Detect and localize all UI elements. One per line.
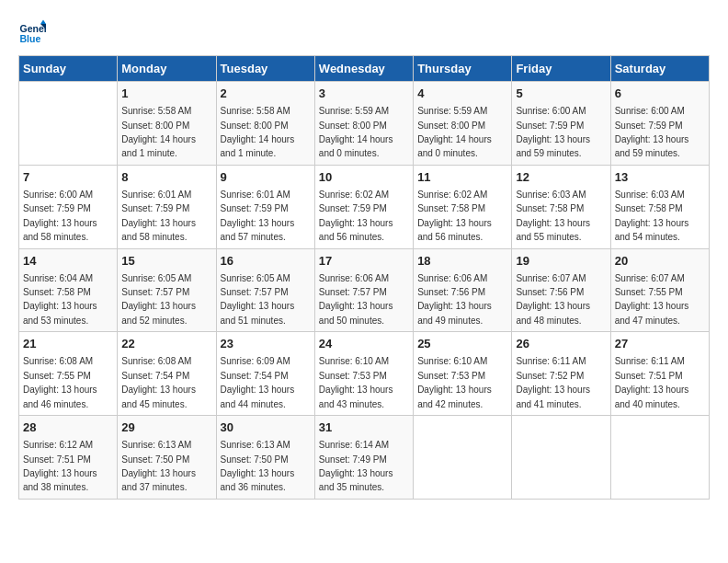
- sunset-info: Sunset: 7:59 PM: [319, 203, 387, 213]
- page-header: General Blue: [18, 18, 710, 46]
- sunset-info: Sunset: 7:54 PM: [121, 371, 189, 381]
- logo-icon: General Blue: [18, 18, 46, 46]
- calendar-cell: 3 Sunrise: 5:59 AM Sunset: 8:00 PM Dayli…: [314, 82, 413, 166]
- sunrise-info: Sunrise: 6:04 AM: [23, 273, 93, 283]
- daylight-info: Daylight: 13 hours and 48 minutes.: [516, 301, 590, 325]
- sunrise-info: Sunrise: 6:02 AM: [417, 190, 487, 200]
- sunset-info: Sunset: 7:58 PM: [23, 287, 91, 297]
- calendar-cell: 24 Sunrise: 6:10 AM Sunset: 7:53 PM Dayl…: [314, 332, 413, 416]
- day-number: 23: [221, 336, 311, 352]
- day-number: 31: [319, 419, 409, 436]
- calendar-header-row: SundayMondayTuesdayWednesdayThursdayFrid…: [19, 56, 710, 82]
- sunset-info: Sunset: 7:59 PM: [615, 121, 683, 131]
- calendar-cell: 6 Sunrise: 6:00 AM Sunset: 7:59 PM Dayli…: [610, 82, 709, 166]
- sunrise-info: Sunrise: 6:03 AM: [516, 190, 586, 200]
- day-number: 3: [319, 86, 409, 102]
- sunset-info: Sunset: 7:51 PM: [23, 454, 91, 465]
- day-number: 15: [121, 253, 211, 270]
- day-number: 30: [221, 419, 311, 436]
- day-number: 24: [319, 336, 409, 352]
- sunset-info: Sunset: 7:52 PM: [516, 371, 584, 381]
- calendar-cell: [414, 416, 512, 500]
- sunset-info: Sunset: 7:50 PM: [221, 454, 289, 465]
- daylight-info: Daylight: 13 hours and 58 minutes.: [121, 218, 196, 242]
- calendar-cell: 29 Sunrise: 6:13 AM Sunset: 7:50 PM Dayl…: [118, 416, 216, 500]
- day-number: 8: [121, 169, 211, 186]
- sunrise-info: Sunrise: 6:10 AM: [417, 356, 487, 366]
- daylight-info: Daylight: 13 hours and 55 minutes.: [516, 218, 590, 242]
- day-number: 25: [417, 336, 507, 352]
- calendar-cell: 28 Sunrise: 6:12 AM Sunset: 7:51 PM Dayl…: [19, 416, 118, 500]
- daylight-info: Daylight: 13 hours and 35 minutes.: [319, 468, 393, 492]
- sunrise-info: Sunrise: 6:06 AM: [417, 273, 487, 283]
- calendar-cell: 4 Sunrise: 5:59 AM Sunset: 8:00 PM Dayli…: [414, 82, 512, 166]
- sunset-info: Sunset: 7:49 PM: [319, 454, 387, 465]
- daylight-info: Daylight: 13 hours and 36 minutes.: [221, 468, 295, 492]
- col-header-thursday: Thursday: [414, 56, 512, 82]
- sunset-info: Sunset: 7:50 PM: [121, 454, 189, 465]
- day-number: 2: [221, 86, 311, 102]
- sunrise-info: Sunrise: 6:07 AM: [516, 273, 586, 283]
- day-number: 28: [23, 419, 113, 436]
- daylight-info: Daylight: 13 hours and 51 minutes.: [221, 301, 295, 325]
- day-number: 12: [516, 169, 606, 186]
- daylight-info: Daylight: 13 hours and 42 minutes.: [417, 385, 492, 408]
- calendar-week-row: 21 Sunrise: 6:08 AM Sunset: 7:55 PM Dayl…: [19, 332, 710, 416]
- calendar-cell: 25 Sunrise: 6:10 AM Sunset: 7:53 PM Dayl…: [414, 332, 512, 416]
- sunrise-info: Sunrise: 5:59 AM: [417, 106, 487, 116]
- calendar-cell: 15 Sunrise: 6:05 AM Sunset: 7:57 PM Dayl…: [118, 248, 216, 332]
- day-number: 17: [319, 253, 409, 270]
- sunrise-info: Sunrise: 6:01 AM: [121, 190, 191, 200]
- day-number: 7: [23, 169, 113, 186]
- sunset-info: Sunset: 7:55 PM: [23, 371, 91, 381]
- col-header-saturday: Saturday: [610, 56, 709, 82]
- sunrise-info: Sunrise: 6:13 AM: [121, 440, 191, 450]
- col-header-tuesday: Tuesday: [216, 56, 314, 82]
- col-header-wednesday: Wednesday: [314, 56, 413, 82]
- sunrise-info: Sunrise: 6:05 AM: [221, 273, 290, 283]
- sunset-info: Sunset: 7:58 PM: [615, 203, 683, 213]
- day-number: 20: [615, 253, 705, 270]
- sunrise-info: Sunrise: 6:11 AM: [615, 356, 685, 366]
- day-number: 16: [221, 253, 311, 270]
- daylight-info: Daylight: 13 hours and 58 minutes.: [23, 218, 97, 242]
- logo: General Blue: [18, 18, 53, 46]
- daylight-info: Daylight: 13 hours and 50 minutes.: [319, 301, 393, 325]
- sunset-info: Sunset: 7:59 PM: [23, 203, 91, 213]
- calendar-cell: [19, 82, 118, 166]
- calendar-cell: 18 Sunrise: 6:06 AM Sunset: 7:56 PM Dayl…: [414, 248, 512, 332]
- day-number: 11: [417, 169, 507, 186]
- daylight-info: Daylight: 13 hours and 46 minutes.: [23, 385, 97, 408]
- sunset-info: Sunset: 7:53 PM: [319, 371, 387, 381]
- svg-marker-2: [40, 20, 46, 25]
- daylight-info: Daylight: 13 hours and 59 minutes.: [615, 134, 689, 158]
- col-header-friday: Friday: [512, 56, 610, 82]
- daylight-info: Daylight: 14 hours and 1 minute.: [221, 134, 295, 158]
- sunset-info: Sunset: 7:55 PM: [615, 287, 683, 297]
- day-number: 26: [516, 336, 606, 352]
- calendar-week-row: 1 Sunrise: 5:58 AM Sunset: 8:00 PM Dayli…: [19, 82, 710, 166]
- svg-text:Blue: Blue: [20, 33, 41, 44]
- daylight-info: Daylight: 14 hours and 0 minutes.: [417, 134, 492, 158]
- day-number: 1: [121, 86, 211, 102]
- calendar-cell: [610, 416, 709, 500]
- day-number: 22: [121, 336, 211, 352]
- calendar-cell: 30 Sunrise: 6:13 AM Sunset: 7:50 PM Dayl…: [216, 416, 314, 500]
- calendar-cell: 21 Sunrise: 6:08 AM Sunset: 7:55 PM Dayl…: [19, 332, 118, 416]
- sunrise-info: Sunrise: 6:12 AM: [23, 440, 93, 450]
- calendar-cell: [512, 416, 610, 500]
- daylight-info: Daylight: 13 hours and 52 minutes.: [121, 301, 196, 325]
- sunset-info: Sunset: 8:00 PM: [417, 121, 485, 131]
- daylight-info: Daylight: 13 hours and 38 minutes.: [23, 468, 97, 492]
- calendar-cell: 19 Sunrise: 6:07 AM Sunset: 7:56 PM Dayl…: [512, 248, 610, 332]
- sunrise-info: Sunrise: 6:05 AM: [121, 273, 191, 283]
- sunrise-info: Sunrise: 5:59 AM: [319, 106, 389, 116]
- sunset-info: Sunset: 7:53 PM: [417, 371, 485, 381]
- sunrise-info: Sunrise: 6:03 AM: [615, 190, 685, 200]
- sunset-info: Sunset: 8:00 PM: [319, 121, 387, 131]
- daylight-info: Daylight: 13 hours and 40 minutes.: [615, 385, 689, 408]
- day-number: 14: [23, 253, 113, 270]
- daylight-info: Daylight: 13 hours and 54 minutes.: [615, 218, 689, 242]
- calendar-cell: 9 Sunrise: 6:01 AM Sunset: 7:59 PM Dayli…: [216, 165, 314, 248]
- sunset-info: Sunset: 8:00 PM: [221, 121, 289, 131]
